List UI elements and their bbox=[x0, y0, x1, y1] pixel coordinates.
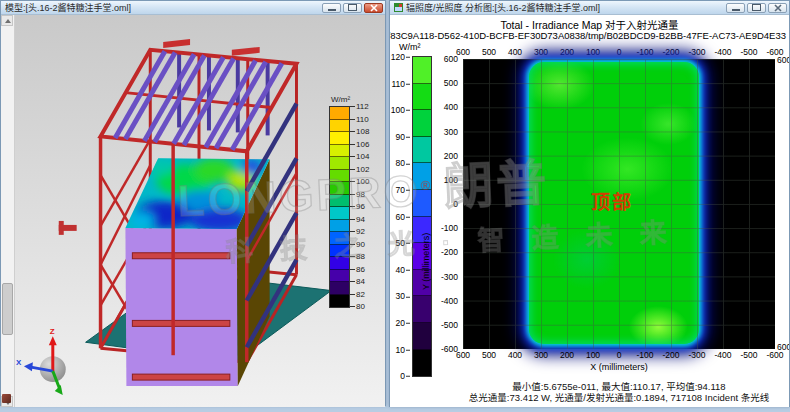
colorbar-segment bbox=[330, 157, 349, 170]
x-axis-ticks-bottom: 6005004003002001000-100-200-300-400-500-… bbox=[463, 351, 775, 361]
model-tree-scrollbar[interactable] bbox=[1, 15, 15, 407]
axis-tick-label: -400 bbox=[441, 296, 458, 305]
minimize-button[interactable] bbox=[726, 3, 745, 13]
axis-tick-label: -100 bbox=[441, 224, 458, 233]
colorbar-tick-label: 120 bbox=[391, 53, 410, 62]
colorbar-segment bbox=[413, 350, 431, 377]
colorbar-segment bbox=[330, 182, 349, 195]
colorbar-tick-label: 40 bbox=[396, 266, 410, 275]
axis-tick-label: 300 bbox=[534, 351, 548, 360]
colorbar-segment bbox=[330, 220, 349, 233]
axis-tick-label: -100 bbox=[636, 351, 653, 360]
axis-tick-label: 500 bbox=[444, 79, 458, 88]
irradiance-window-title: 辐照度/光照度 分析图:[头.16-2酱特糖注手堂.oml] bbox=[406, 1, 722, 14]
close-button[interactable] bbox=[364, 3, 383, 13]
map-frame: 6005004003002001000-100-200-300-400-500-… bbox=[463, 59, 775, 349]
close-icon bbox=[369, 4, 379, 12]
colorbar-segment bbox=[413, 323, 431, 350]
window-controls bbox=[726, 3, 787, 13]
irradiance-map[interactable]: 顶部 bbox=[463, 59, 775, 349]
stats-line-1: 最小值:5.6755e-011, 最大值:110.17, 平均值:94.118 bbox=[463, 382, 775, 393]
colorbar-segment bbox=[413, 110, 431, 137]
y-axis-label: Y (millimeters) bbox=[421, 233, 431, 290]
model-window-titlebar[interactable]: 模型:[头.16-2酱特糖注手堂.oml] bbox=[1, 1, 385, 15]
colorbar-tick-label: 82 bbox=[350, 291, 365, 299]
axis-tick-label: 0 bbox=[617, 48, 622, 57]
colorbar-tick-label: 96 bbox=[350, 203, 365, 211]
model-window-title: 模型:[头.16-2酱特糖注手堂.oml] bbox=[5, 1, 318, 14]
axis-tick-label: -500 bbox=[441, 321, 458, 330]
axis-tick-label: -500 bbox=[740, 351, 757, 360]
right-edge-label-top: 600 bbox=[777, 56, 789, 65]
colorbar-tick-label: 10 bbox=[396, 345, 410, 354]
irradiance-map-panel: Total - Irradiance Map 对于入射光通量 ers/Data/… bbox=[390, 15, 789, 407]
colorbar-tick-label: 20 bbox=[396, 319, 410, 328]
colorbar-tick-label: 80 bbox=[350, 303, 365, 311]
corner-status-icon bbox=[2, 394, 11, 403]
axis-tick-label: 400 bbox=[508, 48, 522, 57]
colorbar-segment bbox=[330, 132, 349, 145]
axis-tick-label: 600 bbox=[456, 48, 470, 57]
colorbar-tick-label: 102 bbox=[350, 166, 369, 174]
restore-button[interactable] bbox=[747, 3, 766, 13]
scroll-up-icon[interactable] bbox=[1, 15, 13, 26]
close-button[interactable] bbox=[768, 3, 787, 13]
colorbar-tick-label: 88 bbox=[350, 253, 365, 261]
triad-z-label: Z bbox=[50, 327, 55, 336]
box-handle-bar bbox=[132, 374, 229, 380]
window-controls bbox=[322, 3, 383, 13]
colorbar-segment bbox=[330, 107, 349, 120]
axis-tick-label: 400 bbox=[444, 103, 458, 112]
chart-source-path: ers/Data/Application/83C9A118-D562-410D-… bbox=[390, 30, 786, 41]
colorbar-tick-label: 100 bbox=[350, 178, 369, 186]
colorbar-tick-label: 106 bbox=[350, 141, 369, 149]
model-viewport[interactable]: Z X W/m² 1121101081061041021009896949290… bbox=[15, 15, 385, 407]
model-window: 模型:[头.16-2酱特糖注手堂.oml] bbox=[0, 0, 386, 406]
legend-color-bar bbox=[329, 106, 350, 308]
maximize-icon bbox=[348, 4, 357, 11]
colorbar-tick-label: 112 bbox=[350, 103, 369, 111]
colorbar-tick-label: 104 bbox=[350, 153, 369, 161]
axis-tick-label: -300 bbox=[688, 48, 705, 57]
axis-tick-label: -400 bbox=[714, 48, 731, 57]
axis-tick-label: -100 bbox=[636, 48, 653, 57]
axis-tick-label: 100 bbox=[444, 176, 458, 185]
axis-tick-label: -200 bbox=[662, 48, 679, 57]
colorbar-tick-label: 110 bbox=[350, 116, 369, 124]
axis-tick-label: 200 bbox=[560, 351, 574, 360]
maximize-button[interactable] bbox=[343, 3, 362, 13]
axis-tick-label: -200 bbox=[662, 351, 679, 360]
colorbar-segment bbox=[330, 232, 349, 245]
triad-x-label: X bbox=[16, 358, 22, 367]
axis-tick-label: -500 bbox=[740, 48, 757, 57]
restore-icon bbox=[752, 4, 761, 11]
chart-unit: W/m² bbox=[399, 42, 421, 52]
colorbar-tick-label: 80 bbox=[396, 159, 410, 168]
colorbar-segment bbox=[413, 137, 431, 164]
axis-tick-label: 600 bbox=[444, 55, 458, 64]
axis-tick-label: 0 bbox=[617, 351, 622, 360]
colorbar-tick-label: 0 bbox=[400, 372, 410, 381]
axis-tick-label: 200 bbox=[560, 48, 574, 57]
y-axis-ticks: 6005004003002001000-100-200-300-400-500-… bbox=[435, 59, 460, 349]
colorbar-segment bbox=[330, 245, 349, 258]
minimize-button[interactable] bbox=[322, 3, 341, 13]
colorbar-tick-label: 30 bbox=[396, 292, 410, 301]
colorbar-segment bbox=[330, 282, 349, 295]
scrollbar-thumb[interactable] bbox=[2, 283, 13, 335]
colorbar-colors bbox=[412, 56, 432, 377]
axis-tick-label: -200 bbox=[441, 248, 458, 257]
axis-tick-label: 400 bbox=[508, 351, 522, 360]
colorbar-segment bbox=[330, 170, 349, 183]
irradiance-window-titlebar[interactable]: 辐照度/光照度 分析图:[头.16-2酱特糖注手堂.oml] bbox=[390, 1, 789, 15]
colorbar-tick-label: 86 bbox=[350, 266, 365, 274]
stats-line-2: 总光通量:73.412 W, 光通量/发射光通量:0.1894, 717108 … bbox=[463, 393, 775, 404]
top-clamp-tab bbox=[232, 47, 260, 56]
colorbar-tick-label: 108 bbox=[350, 128, 369, 136]
axis-tick-label: -300 bbox=[441, 272, 458, 281]
axis-tick-label: 300 bbox=[534, 48, 548, 57]
axis-tick-label: -600 bbox=[766, 351, 783, 360]
axis-tick-label: 500 bbox=[482, 48, 496, 57]
colorbar-segment bbox=[330, 145, 349, 158]
axis-tick-label: 600 bbox=[456, 351, 470, 360]
